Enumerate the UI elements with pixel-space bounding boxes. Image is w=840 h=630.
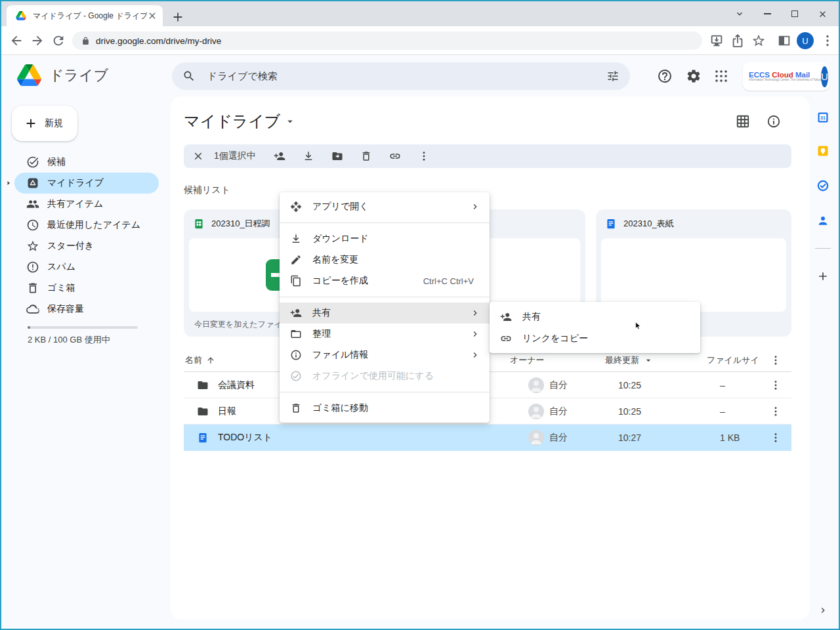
file-row-todo-list[interactable]: TODOリスト 自分 10:27 1 KB bbox=[184, 425, 791, 451]
menu-item-file-info[interactable]: ファイル情報 bbox=[280, 345, 490, 366]
column-size[interactable]: ファイルサイ bbox=[707, 354, 759, 366]
search-icon[interactable] bbox=[182, 70, 196, 83]
sidebar-item-shared[interactable]: 共有アイテム bbox=[14, 194, 159, 215]
check-circle-icon bbox=[26, 156, 39, 169]
tab-close-icon[interactable] bbox=[147, 10, 158, 21]
move-selection-icon[interactable] bbox=[331, 150, 343, 162]
grid-view-icon[interactable] bbox=[736, 114, 750, 129]
apps-grid-icon[interactable] bbox=[713, 68, 729, 84]
add-addon-icon[interactable] bbox=[816, 270, 830, 283]
sidebar-item-label: 候補 bbox=[47, 156, 66, 168]
calendar-icon[interactable] bbox=[816, 111, 830, 124]
show-side-panel-icon[interactable] bbox=[818, 605, 828, 616]
browser-menu-icon[interactable] bbox=[820, 33, 835, 48]
close-window-button[interactable] bbox=[808, 1, 836, 26]
account-avatar[interactable]: U bbox=[821, 66, 828, 87]
submenu-item-copy-link[interactable]: リンクをコピー bbox=[490, 327, 700, 349]
owner-avatar bbox=[528, 404, 544, 419]
selection-count: 1個選択中 bbox=[214, 150, 256, 162]
menu-item-make-copy[interactable]: コピーを作成 Ctrl+C Ctrl+V bbox=[280, 270, 490, 291]
sidebar-item-label: マイドライブ bbox=[47, 177, 104, 189]
sidebar-item-suggested[interactable]: 候補 bbox=[14, 152, 159, 173]
submenu-item-share[interactable]: 共有 bbox=[490, 306, 700, 327]
new-button[interactable]: 新規 bbox=[12, 106, 77, 141]
browser-window: マイドライブ - Google ドライブ drive.google.com/dr… bbox=[0, 0, 840, 630]
menu-item-rename[interactable]: 名前を変更 bbox=[280, 249, 490, 270]
share-page-icon[interactable] bbox=[730, 33, 745, 48]
page-title[interactable]: マイドライブ bbox=[184, 111, 296, 132]
account-badge[interactable]: ECCS Cloud Mail Information Technology C… bbox=[743, 62, 830, 91]
storage-usage-text: 2 KB / 100 GB 使用中 bbox=[28, 334, 110, 346]
side-panel-icon[interactable] bbox=[777, 33, 791, 48]
column-modified[interactable]: 最終更新 bbox=[605, 354, 654, 366]
reload-icon[interactable] bbox=[51, 33, 66, 48]
drive-logo[interactable]: ドライブ bbox=[17, 64, 108, 86]
menu-item-label: 名前を変更 bbox=[312, 254, 480, 266]
menu-item-download[interactable]: ダウンロード bbox=[280, 228, 490, 249]
menu-item-share[interactable]: 共有 bbox=[280, 303, 490, 324]
search-options-icon[interactable] bbox=[606, 70, 620, 83]
sort-arrow-up-icon[interactable] bbox=[206, 356, 215, 365]
column-name[interactable]: 名前 bbox=[185, 354, 215, 366]
tab-search-icon[interactable] bbox=[726, 1, 753, 26]
row-more-icon[interactable] bbox=[770, 398, 782, 425]
browser-tab[interactable]: マイドライブ - Google ドライブ bbox=[7, 5, 163, 26]
share-selection-icon[interactable] bbox=[274, 150, 285, 162]
sidebar-item-spam[interactable]: スパム bbox=[14, 257, 159, 278]
help-icon[interactable] bbox=[657, 68, 673, 84]
more-selection-icon[interactable] bbox=[418, 150, 430, 162]
info-icon[interactable] bbox=[766, 114, 781, 129]
forward-icon[interactable] bbox=[30, 33, 45, 48]
browser-avatar[interactable]: U bbox=[797, 32, 814, 49]
sidebar: 新規 候補 マイドライブ 共有アイテム 最近使用したアイ bbox=[1, 96, 169, 629]
drive-favicon bbox=[16, 11, 26, 20]
new-tab-button[interactable] bbox=[171, 10, 185, 24]
mouse-cursor bbox=[634, 321, 642, 333]
pencil-icon bbox=[290, 254, 302, 266]
link-selection-icon[interactable] bbox=[389, 150, 401, 162]
keep-icon[interactable] bbox=[816, 144, 830, 158]
chevron-down-icon bbox=[284, 116, 296, 127]
search-input[interactable]: ドライブで検索 bbox=[207, 70, 606, 83]
minimize-button[interactable] bbox=[753, 1, 781, 26]
back-icon[interactable] bbox=[9, 33, 24, 48]
file-name: 会議資料 bbox=[218, 372, 255, 398]
column-owner[interactable]: オーナー bbox=[510, 354, 545, 366]
sort-caret-down-icon[interactable] bbox=[643, 355, 654, 366]
card-header: 202310_表紙 bbox=[596, 209, 791, 238]
docs-file-icon bbox=[197, 425, 209, 451]
table-more-icon[interactable] bbox=[770, 354, 782, 366]
bookmark-star-icon[interactable] bbox=[751, 33, 766, 48]
download-selection-icon[interactable] bbox=[303, 150, 314, 162]
search-bar[interactable]: ドライブで検索 bbox=[172, 62, 630, 90]
clear-selection-icon[interactable] bbox=[192, 150, 204, 162]
expand-arrow-icon[interactable] bbox=[5, 179, 12, 187]
install-icon[interactable] bbox=[709, 33, 724, 48]
sidebar-item-recent[interactable]: 最近使用したアイテム bbox=[14, 215, 159, 236]
rail-divider bbox=[815, 248, 831, 249]
person-add-icon bbox=[290, 307, 302, 319]
tasks-icon[interactable] bbox=[816, 179, 830, 192]
sidebar-item-trash[interactable]: ゴミ箱 bbox=[14, 278, 159, 299]
submenu-arrow-icon bbox=[470, 329, 480, 339]
sidebar-nav: 候補 マイドライブ 共有アイテム 最近使用したアイテム スター付き bbox=[1, 152, 159, 320]
menu-item-organize[interactable]: 整理 bbox=[280, 324, 490, 345]
row-more-icon[interactable] bbox=[770, 425, 782, 451]
sidebar-item-my-drive[interactable]: マイドライブ bbox=[14, 173, 159, 194]
contacts-icon[interactable] bbox=[816, 214, 830, 227]
lock-icon[interactable] bbox=[81, 37, 90, 45]
trash-selection-icon[interactable] bbox=[360, 150, 372, 162]
url-bar[interactable]: drive.google.com/drive/my-drive bbox=[72, 32, 702, 50]
info-icon bbox=[290, 349, 302, 361]
menu-item-open-with[interactable]: アプリで開く bbox=[280, 196, 490, 217]
row-more-icon[interactable] bbox=[770, 372, 782, 398]
settings-gear-icon[interactable] bbox=[686, 68, 702, 84]
plus-icon bbox=[24, 116, 38, 131]
sidebar-item-storage[interactable]: 保存容量 bbox=[14, 299, 159, 320]
menu-item-move-to-trash[interactable]: ゴミ箱に移動 bbox=[280, 398, 490, 419]
maximize-button[interactable] bbox=[781, 1, 808, 26]
window-controls bbox=[726, 1, 836, 26]
spam-icon bbox=[26, 261, 39, 274]
sidebar-item-starred[interactable]: スター付き bbox=[14, 236, 159, 257]
browser-toolbar: drive.google.com/drive/my-drive U bbox=[1, 26, 839, 55]
